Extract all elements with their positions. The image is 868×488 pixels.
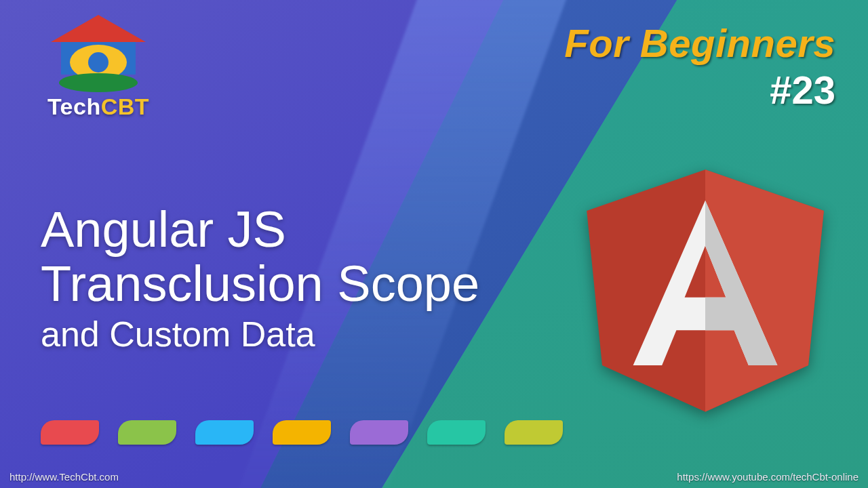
title-line-2: Transclusion Scope	[41, 256, 479, 312]
pill-2	[118, 420, 176, 445]
title-line-3: and Custom Data	[41, 312, 479, 357]
brand-name: TechCBT	[34, 94, 163, 120]
angular-logo-icon	[576, 152, 834, 424]
brand-logo-icon	[47, 15, 149, 95]
header-right: For Beginners #23	[564, 20, 835, 113]
pill-7	[505, 420, 563, 445]
tagline: For Beginners	[564, 20, 835, 66]
svg-marker-0	[51, 15, 146, 42]
svg-marker-6	[705, 169, 824, 411]
footer-url-left: http://www.TechCbt.com	[9, 471, 119, 483]
svg-point-4	[59, 73, 138, 92]
footer-url-right: https://www.youtube.com/techCbt-online	[677, 471, 859, 483]
episode-number: #23	[564, 67, 835, 113]
pill-5	[350, 420, 408, 445]
title-line-1: Angular JS	[41, 203, 479, 256]
pill-4	[273, 420, 331, 445]
pill-1	[41, 420, 99, 445]
brand-name-part1: Tech	[47, 94, 101, 119]
brand-name-part2: CBT	[101, 94, 149, 119]
svg-point-3	[88, 52, 108, 73]
pill-row	[41, 420, 563, 445]
title-block: Angular JS Transclusion Scope and Custom…	[41, 203, 479, 357]
thumbnail-stage: TechCBT For Beginners #23 Angular JS Tra…	[0, 0, 868, 488]
brand-logo: TechCBT	[34, 15, 163, 120]
pill-6	[427, 420, 486, 445]
pill-3	[195, 420, 254, 445]
